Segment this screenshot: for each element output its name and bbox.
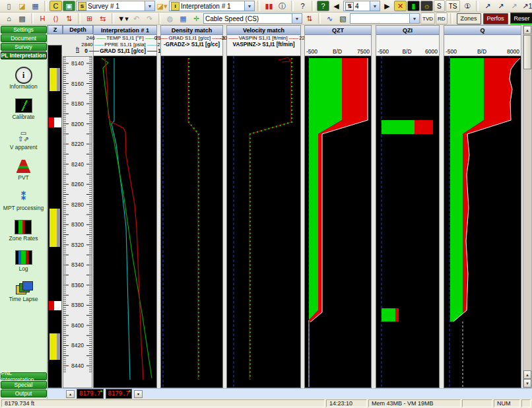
- track-header[interactable]: Q-500B/D8000: [444, 25, 521, 56]
- ts-button[interactable]: TS: [446, 0, 461, 12]
- sidebar-tool-v-apparent[interactable]: ▭⇧⇗V apparent: [10, 129, 38, 151]
- swap-axis-icon[interactable]: ⇅: [303, 13, 316, 24]
- histogram-icon[interactable]: ▮▮: [263, 1, 275, 11]
- sidebar-tool-zone-rates[interactable]: Zone Rates: [9, 220, 38, 242]
- capture-icon[interactable]: ▣: [63, 1, 75, 11]
- table-icon[interactable]: ▦: [177, 13, 189, 24]
- track-plot-area[interactable]: [160, 56, 223, 388]
- crossplot-icon[interactable]: ∿: [323, 13, 336, 24]
- s-button[interactable]: S: [434, 0, 445, 12]
- track-header[interactable]: Velocity match-20——VASPIN S1,I1 [ft/min]…: [226, 25, 301, 56]
- sidebar-nav-output[interactable]: Output: [1, 390, 47, 397]
- track-header[interactable]: Density match0——GRAD S1,I1 [g/cc]——1.2-G…: [160, 25, 223, 56]
- interpretation-select[interactable]: IInterpretation # 1▼: [169, 1, 255, 11]
- redo-icon[interactable]: ↷: [143, 13, 156, 24]
- scroll-up-button[interactable]: ▲: [523, 26, 531, 34]
- sidebar-tool-time-lapse[interactable]: Time Lapse: [9, 281, 38, 302]
- cable-speed-select-dropdown-button[interactable]: ▼: [292, 14, 302, 23]
- zones-button[interactable]: Zones: [457, 13, 481, 24]
- status-resize-grip: [521, 399, 531, 407]
- sidebar-nav-pl-interpretation[interactable]: PL Interpretation: [1, 51, 47, 59]
- header-layout-icon[interactable]: H: [36, 13, 49, 24]
- layout-menu-icon[interactable]: ▼▾: [117, 13, 129, 24]
- track-plot-area[interactable]: [226, 56, 301, 388]
- calibrate-label: Calibrate: [12, 114, 34, 120]
- scene-icon[interactable]: ▩: [16, 13, 28, 24]
- zoom-depth-icon[interactable]: ⊞: [83, 13, 96, 24]
- scroll-down-button[interactable]: ▼: [523, 379, 531, 388]
- wellbore-icon[interactable]: ⌂: [3, 13, 15, 24]
- sidebar-tool-information[interactable]: iInformation: [9, 68, 38, 90]
- scale-unit: B/D: [477, 48, 486, 55]
- sidebar-nav-pnl-interpretation[interactable]: PNL Interpretation: [1, 372, 47, 380]
- sidebar-tool-calibrate[interactable]: Calibrate: [12, 98, 34, 120]
- legend-part: ——: [145, 35, 154, 42]
- information-icon: i: [15, 68, 32, 83]
- scale-updown-icon[interactable]: ⇅: [63, 13, 75, 24]
- folder-dropdown-icon[interactable]: ◪▾: [156, 1, 168, 11]
- sidebar-tool-pvt[interactable]: PVT: [15, 159, 32, 181]
- track-header[interactable]: Interpretation # 1246——TEMP S1,I1 [°F]——…: [93, 25, 157, 56]
- depth-ruler: 8140816081808200822082408260828083008320…: [63, 56, 92, 388]
- info-circle-icon[interactable]: ①: [461, 1, 473, 11]
- sidebar-bottom-nav: PNL InterpretationSpecialOutput: [0, 372, 47, 399]
- track-plot-area[interactable]: [376, 56, 440, 388]
- perfos-button[interactable]: Perfos: [483, 13, 508, 24]
- cursor-one-icon[interactable]: ↗1: [521, 1, 532, 11]
- sidebar-nav-settings[interactable]: Settings: [1, 26, 47, 34]
- reser-button[interactable]: Reser: [510, 13, 532, 24]
- options-sun-icon[interactable]: ☼: [420, 1, 433, 11]
- track-header[interactable]: QZI-500B/D6000: [376, 25, 440, 56]
- help-context-icon[interactable]: ?: [317, 1, 329, 11]
- track-header[interactable]: QZT-500B/D7500: [304, 25, 372, 56]
- prev-arrow-icon[interactable]: ◀: [330, 1, 343, 11]
- legend-part: GRAD S1,I1 [g/cc]: [168, 35, 211, 42]
- next-arrow-icon[interactable]: ▶: [381, 1, 393, 11]
- picture-icon[interactable]: ▧: [337, 13, 349, 24]
- cursor-star-icon[interactable]: ↗: [481, 1, 494, 11]
- survey-select[interactable]: SSurvey # 1▼: [76, 1, 155, 11]
- page-number-select[interactable]: ⇅4▼: [343, 1, 380, 11]
- zone-column: Z: [48, 25, 63, 388]
- new-document-icon[interactable]: ▯: [3, 1, 15, 11]
- info-page-icon[interactable]: ⓘ: [276, 1, 288, 11]
- sidebar-nav-survey[interactable]: Survey: [1, 43, 47, 51]
- track-width-icon[interactable]: ⟨⟩: [50, 13, 62, 24]
- track-plot-area[interactable]: [304, 56, 372, 388]
- cable-speed-select[interactable]: Cable Speed (CS)▼: [203, 13, 302, 24]
- run-green-icon[interactable]: ▮: [407, 1, 420, 11]
- tvd-button[interactable]: TVD: [420, 13, 435, 24]
- undo-icon[interactable]: ↶: [130, 13, 143, 24]
- swap-tracks-icon[interactable]: ⇆: [96, 13, 109, 24]
- save-icon[interactable]: ▦: [29, 1, 42, 11]
- add-curve-icon[interactable]: ✛: [190, 13, 203, 24]
- legend-part: GRAD S1,I1 [g/cc]: [100, 48, 146, 55]
- page-number-select-dropdown-button[interactable]: ▼: [370, 1, 380, 11]
- track-plot-area[interactable]: [444, 56, 521, 388]
- legend-part: ——: [96, 35, 106, 42]
- rd-button[interactable]: RD: [436, 13, 448, 24]
- zone-empty-select[interactable]: ▼: [350, 13, 420, 24]
- depth-step-up-button[interactable]: ▴: [66, 390, 75, 398]
- track-q: Q-500B/D8000: [444, 25, 521, 388]
- open-folder-icon[interactable]: ◪: [16, 1, 28, 11]
- globe-icon[interactable]: ◍: [164, 13, 176, 24]
- interpretation-select-dropdown-button[interactable]: ▼: [244, 1, 254, 11]
- sidebar-tool-log[interactable]: Log: [15, 250, 32, 272]
- depth-label: 8420: [71, 342, 84, 349]
- sidebar-tool-mpt-processing[interactable]: ⁑MPT processing: [3, 189, 44, 211]
- sidebar-nav-special[interactable]: Special: [1, 381, 47, 389]
- vertical-scrollbar[interactable]: ▲ ▲ ▼: [523, 25, 532, 388]
- zone-empty-select-dropdown-button[interactable]: ▼: [409, 14, 419, 23]
- sidebar-nav-document[interactable]: Document: [1, 34, 47, 42]
- survey-select-dropdown-button[interactable]: ▼: [145, 1, 154, 11]
- cursor-plain-icon[interactable]: ↗: [508, 1, 520, 11]
- cursor-star-alt-icon[interactable]: ↗: [494, 1, 507, 11]
- copy-log-icon[interactable]: C: [50, 1, 62, 11]
- help-icon[interactable]: ?: [296, 1, 309, 11]
- scroll-thumb[interactable]: [523, 35, 531, 69]
- track-plot-area[interactable]: [93, 56, 157, 388]
- depth-step-down-button[interactable]: ▾: [134, 390, 143, 398]
- close-red-icon[interactable]: ✕: [394, 1, 407, 11]
- scroll-up2-button[interactable]: ▲: [523, 370, 531, 379]
